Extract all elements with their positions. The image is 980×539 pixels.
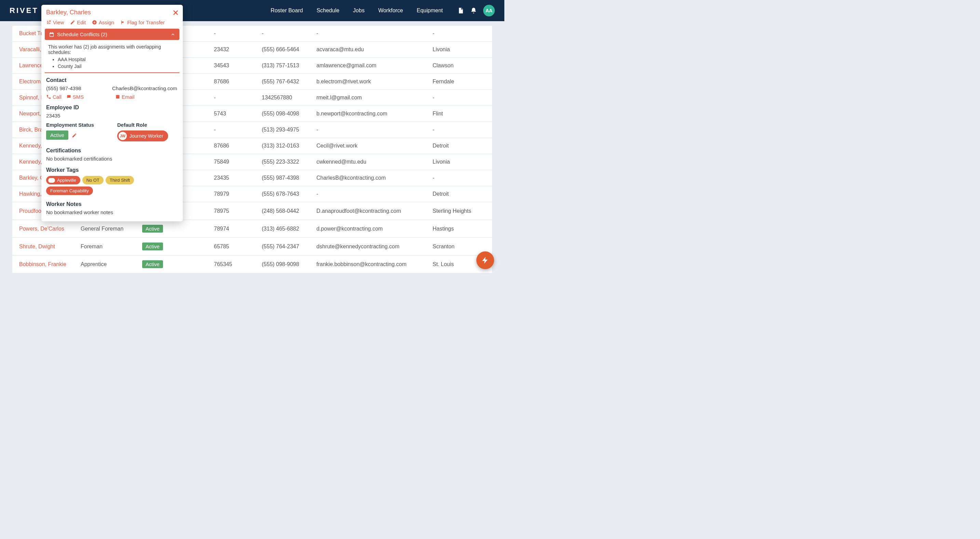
contact-email: CharlesB@kcontracting.com [112,85,178,91]
conflict-header: Schedule Conflicts (2) [57,32,107,37]
edit-status-icon[interactable] [72,133,77,138]
row-phone: (313) 465-6882 [258,220,313,238]
nav-workforce[interactable]: Workforce [375,5,406,16]
row-city: - [429,90,492,106]
row-eid: - [210,122,258,138]
employment-status-chip: Active [46,130,68,140]
row-eid: 78979 [210,186,258,202]
nav-schedule[interactable]: Schedule [314,5,342,16]
row-phone: (555) 223-3322 [258,154,313,170]
row-eid: 34543 [210,58,258,74]
assign-label: Assign [99,19,114,25]
row-email: frankie.bobbinson@kcontracting.com [313,256,429,273]
row-phone: (555) 764-2347 [258,238,313,256]
row-phone: (313) 312-0163 [258,138,313,154]
row-eid: 75849 [210,154,258,170]
row-eid: 23435 [210,170,258,186]
flag-icon [120,20,126,25]
avatar[interactable]: AA [483,5,495,16]
row-eid: 23432 [210,42,258,58]
row-phone: 1342567880 [258,90,313,106]
view-action[interactable]: View [46,19,64,25]
employee-id-value: 23435 [41,111,183,120]
conflict-note: This worker has (2) job assignments with… [48,44,176,55]
row-city: Flint [429,106,492,122]
chevron-up-icon [170,32,175,37]
close-button[interactable] [173,10,178,15]
sms-label: SMS [73,94,84,100]
row-eid: 765345 [210,256,258,273]
edit-label: Edit [77,19,86,25]
row-eid: 87686 [210,138,258,154]
sms-link[interactable]: SMS [66,94,84,100]
row-city: - [429,170,492,186]
plus-circle-icon [92,20,97,25]
worker-popover: Barkley, Charles View Edit Assign Flag f… [41,5,183,221]
flag-action[interactable]: Flag for Transfer [120,19,165,25]
brand-logo: RIVET [10,6,38,15]
tag-no-ot[interactable]: No OT [82,176,103,184]
default-role-chip: JW Journey Worker [117,130,168,142]
call-link[interactable]: Call [46,94,62,100]
row-phone: (555) 098-9098 [258,256,313,273]
certifications-value: No bookmarked certifications [41,154,183,163]
table-row: Powers, De'CarlosGeneral ForemanActive78… [12,220,492,238]
row-role: General Foreman [77,220,139,238]
tag-appleville[interactable]: Appleville [46,176,80,184]
row-name[interactable]: Shrute, Dwight [12,238,77,256]
row-email: b.electrom@rivet.work [313,74,429,90]
pencil-icon [70,20,75,25]
row-city: Ferndale [429,74,492,90]
row-name[interactable]: Bobbinson, Frankie [12,256,77,273]
open-icon [46,20,51,25]
email-link[interactable]: Email [115,94,178,100]
view-label: View [53,19,64,25]
row-role: Foreman [77,238,139,256]
row-phone: - [258,25,313,42]
status-badge: Active [142,225,163,233]
role-abbrev: JW [119,132,127,140]
lightning-icon [481,256,489,264]
nav-roster-board[interactable]: Roster Board [268,5,305,16]
row-name[interactable]: Powers, De'Carlos [12,220,77,238]
row-city: Livonia [429,42,492,58]
row-city: Hastings [429,220,492,238]
worker-notes-label: Worker Notes [41,197,183,208]
sms-icon [66,94,72,99]
row-eid: 87686 [210,74,258,90]
row-status: Active [139,220,210,238]
phone-icon [46,94,51,99]
edit-action[interactable]: Edit [70,19,86,25]
conflict-body: This worker has (2) job assignments with… [45,42,180,73]
row-eid: 65785 [210,238,258,256]
bell-icon[interactable] [470,7,477,14]
row-city: Detroit [429,138,492,154]
tag-foreman-capability[interactable]: Foreman Capability [46,186,93,195]
fab-button[interactable] [476,251,494,269]
row-email: amlawrence@gmail.com [313,58,429,74]
row-email: - [313,122,429,138]
row-city: Detroit [429,186,492,202]
employment-status-label: Employment Status [46,122,107,128]
mail-icon [115,94,120,99]
conflict-toggle[interactable]: Schedule Conflicts (2) [45,29,180,40]
row-eid: 78975 [210,202,258,220]
row-email: D.anaproudfoot@kcontracting.com [313,202,429,220]
row-email: cwkenned@mtu.edu [313,154,429,170]
row-email: - [313,186,429,202]
nav-icons: AA [457,5,495,16]
row-city: Clawson [429,58,492,74]
worker-notes-value: No bookmarked worker notes [41,208,183,216]
row-city: Livonia [429,154,492,170]
assign-action[interactable]: Assign [92,19,114,25]
nav-jobs[interactable]: Jobs [350,5,368,16]
tag-0-label: Appleville [57,178,76,183]
contact-phone: (555) 987-4398 [46,85,112,91]
tag-third-shift[interactable]: Third Shift [106,176,134,184]
table-row: Bobbinson, FrankieApprenticeActive765345… [12,256,492,273]
row-email: rmeit.l@gmail.com [313,90,429,106]
calendar-alert-icon [49,32,54,37]
row-phone: (555) 987-4398 [258,170,313,186]
document-icon[interactable] [457,7,464,14]
nav-equipment[interactable]: Equipment [414,5,446,16]
